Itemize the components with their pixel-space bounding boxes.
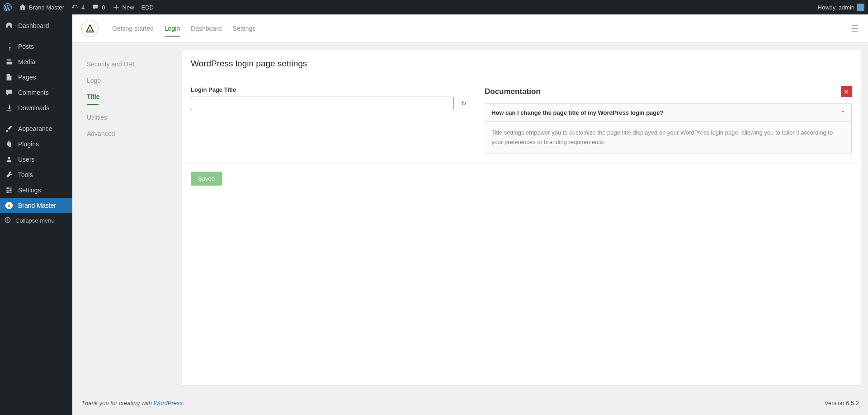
collapse-menu-button[interactable]: Collapse menu bbox=[0, 213, 72, 228]
chevron-up-icon: ⌃ bbox=[840, 110, 845, 116]
sidebar-item-downloads[interactable]: Downloads bbox=[0, 100, 72, 116]
site-name-label: Brand Master bbox=[29, 4, 64, 11]
admin-bar-right: Howdy, admin bbox=[814, 0, 868, 14]
sidebar-item-label: Settings bbox=[18, 187, 41, 194]
svg-point-5 bbox=[9, 189, 11, 191]
doc-title: Documentation bbox=[485, 87, 541, 96]
media-icon bbox=[5, 58, 14, 66]
sidebar-item-label: Dashboard bbox=[18, 22, 49, 29]
sidebar-item-posts[interactable]: Posts bbox=[0, 39, 72, 54]
brandmaster-icon bbox=[5, 201, 14, 210]
saved-button[interactable]: Saved bbox=[191, 172, 222, 186]
sidebar-item-label: Plugins bbox=[18, 140, 39, 148]
svg-point-0 bbox=[8, 157, 10, 159]
comments-count: 0 bbox=[102, 4, 105, 11]
sidebar-item-label: Posts bbox=[18, 43, 34, 50]
reset-field-button[interactable]: ↻ bbox=[461, 100, 467, 107]
plugin-tabs: Getting started Login Dashboard Settings bbox=[112, 14, 255, 42]
tab-getting-started[interactable]: Getting started bbox=[112, 14, 154, 42]
accordion-toggle[interactable]: How can I change the page title of my Wo… bbox=[485, 104, 851, 122]
wordpress-icon bbox=[4, 3, 12, 11]
site-name-link[interactable]: Brand Master bbox=[15, 0, 68, 14]
admin-menu: Dashboard Posts Media Pages Comments Dow… bbox=[0, 14, 72, 228]
collapse-icon bbox=[5, 217, 11, 224]
avatar bbox=[857, 4, 864, 11]
settings-icon bbox=[5, 186, 14, 194]
footer-version: Version 6.5.2 bbox=[825, 400, 859, 406]
page-icon bbox=[5, 73, 14, 81]
sidebar-item-label: Pages bbox=[18, 74, 36, 81]
sidebar-item-brandmaster[interactable]: Brand Master bbox=[0, 198, 72, 213]
subnav-advanced[interactable]: Advanced bbox=[87, 126, 167, 142]
tab-settings[interactable]: Settings bbox=[233, 14, 256, 42]
panel-footer: Saved bbox=[182, 163, 861, 194]
close-icon: ✕ bbox=[844, 88, 849, 95]
sidebar-item-plugins[interactable]: Plugins bbox=[0, 136, 72, 152]
subnav-security-url[interactable]: Security and URL bbox=[87, 56, 167, 72]
plugin-icon bbox=[5, 140, 14, 148]
form-column: Login Page Title ↻ bbox=[191, 86, 467, 154]
svg-point-8 bbox=[5, 217, 10, 222]
sub-nav: Security and URL Logo Title Utilities Ad… bbox=[80, 50, 175, 385]
edd-link[interactable]: EDD bbox=[138, 0, 157, 14]
doc-header: Documentation ✕ bbox=[485, 86, 852, 97]
sidebar-item-appearance[interactable]: Appearance bbox=[0, 121, 72, 136]
edd-label: EDD bbox=[142, 4, 154, 11]
updates-link[interactable]: 4 bbox=[68, 0, 88, 14]
sidebar-item-label: Comments bbox=[18, 89, 49, 96]
plugin-body: Security and URL Logo Title Utilities Ad… bbox=[72, 42, 868, 392]
documentation-column: Documentation ✕ How can I change the pag… bbox=[485, 86, 852, 154]
page-title: WordPress login page settings bbox=[191, 59, 852, 69]
wp-admin-bar: Brand Master 4 0 New EDD Howdy, admin bbox=[0, 0, 868, 14]
sidebar-item-label: Appearance bbox=[18, 125, 52, 132]
comment-icon bbox=[5, 89, 14, 97]
wp-admin-sidebar: Dashboard Posts Media Pages Comments Dow… bbox=[0, 14, 72, 414]
plus-icon bbox=[113, 4, 120, 11]
sidebar-item-label: Downloads bbox=[18, 104, 49, 112]
my-account-link[interactable]: Howdy, admin bbox=[814, 0, 868, 14]
update-icon bbox=[71, 4, 79, 11]
panel-row: Login Page Title ↻ Documentation ✕ bbox=[182, 77, 861, 163]
tab-dashboard[interactable]: Dashboard bbox=[191, 14, 222, 42]
svg-point-4 bbox=[7, 187, 9, 189]
reset-icon: ↻ bbox=[461, 100, 467, 107]
new-content-link[interactable]: New bbox=[109, 0, 138, 14]
pin-icon bbox=[5, 42, 14, 51]
download-icon bbox=[5, 104, 14, 112]
doc-accordion: How can I change the page title of my Wo… bbox=[485, 103, 852, 154]
admin-bar-left: Brand Master 4 0 New EDD bbox=[0, 0, 157, 14]
comments-link[interactable]: 0 bbox=[88, 0, 108, 14]
new-label: New bbox=[123, 4, 134, 11]
input-row: ↻ bbox=[191, 97, 467, 110]
comment-icon bbox=[92, 4, 99, 11]
plugin-header-left: Getting started Login Dashboard Settings bbox=[81, 14, 255, 42]
brush-icon bbox=[5, 125, 14, 133]
accordion-body: Title settings empower you to customize … bbox=[485, 122, 851, 154]
dashboard-icon bbox=[5, 22, 14, 30]
sidebar-item-media[interactable]: Media bbox=[0, 54, 72, 70]
subnav-title[interactable]: Title bbox=[87, 89, 167, 109]
settings-panel: WordPress login page settings Login Page… bbox=[182, 50, 861, 385]
subnav-logo[interactable]: Logo bbox=[87, 72, 167, 89]
hamburger-menu-button[interactable]: ☰ bbox=[851, 23, 859, 34]
tools-icon bbox=[5, 171, 14, 179]
howdy-label: Howdy, admin bbox=[818, 4, 854, 11]
accordion-question: How can I change the page title of my Wo… bbox=[491, 109, 663, 116]
sidebar-item-pages[interactable]: Pages bbox=[0, 70, 72, 85]
sidebar-item-comments[interactable]: Comments bbox=[0, 85, 72, 100]
plugin-header: Getting started Login Dashboard Settings… bbox=[72, 14, 868, 42]
sidebar-item-dashboard[interactable]: Dashboard bbox=[0, 18, 72, 33]
wordpress-link[interactable]: WordPress bbox=[154, 400, 183, 406]
tab-login[interactable]: Login bbox=[165, 14, 180, 42]
login-page-title-label: Login Page Title bbox=[191, 86, 467, 93]
subnav-utilities[interactable]: Utilities bbox=[87, 109, 167, 126]
collapse-label: Collapse menu bbox=[15, 217, 55, 224]
updates-count: 4 bbox=[81, 4, 85, 11]
sidebar-item-tools[interactable]: Tools bbox=[0, 167, 72, 182]
login-page-title-input[interactable] bbox=[191, 97, 454, 110]
sidebar-item-label: Media bbox=[18, 58, 35, 65]
doc-close-button[interactable]: ✕ bbox=[841, 86, 852, 97]
wp-logo-menu[interactable] bbox=[0, 0, 15, 14]
sidebar-item-users[interactable]: Users bbox=[0, 152, 72, 167]
sidebar-item-settings[interactable]: Settings bbox=[0, 182, 72, 198]
